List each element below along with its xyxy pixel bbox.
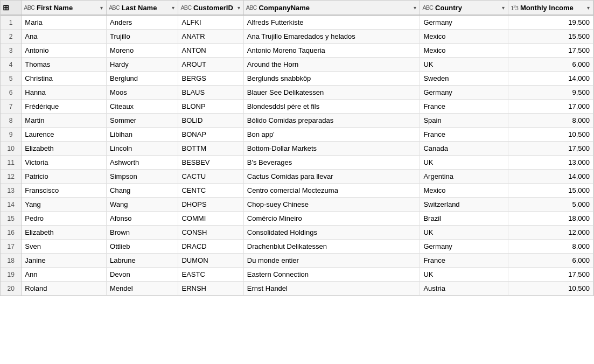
cell-customer-id: ERNSH: [178, 282, 243, 296]
cell-country: UK: [420, 156, 508, 170]
table-row: 19AnnDevonEASTCEastern ConnectionUK17,50…: [1, 268, 593, 282]
cell-index: 11: [1, 156, 22, 170]
cell-monthly-income: 17,500: [508, 268, 593, 282]
cell-last-name: Brown: [107, 226, 178, 240]
cell-customer-id: BESBEV: [178, 156, 243, 170]
cell-company-name: Consolidated Holdings: [243, 226, 420, 240]
cell-country: Spain: [420, 114, 508, 128]
cell-first-name: Martin: [22, 114, 107, 128]
cell-customer-id: AROUT: [178, 58, 243, 72]
cell-customer-id: CENTC: [178, 184, 243, 198]
cell-index: 16: [1, 226, 22, 240]
cell-last-name: Moreno: [107, 44, 178, 58]
cell-last-name: Afonso: [107, 212, 178, 226]
cell-country: Mexico: [420, 30, 508, 44]
type-icon-country: ABC: [422, 4, 433, 11]
filter-button-first-name[interactable]: ▾: [99, 5, 104, 11]
cell-last-name: Lincoln: [107, 142, 178, 156]
cell-customer-id: DUMON: [178, 254, 243, 268]
cell-index: 3: [1, 44, 22, 58]
cell-first-name: Maria: [22, 15, 107, 30]
cell-index: 4: [1, 58, 22, 72]
column-label-first-name: First Name: [37, 4, 73, 12]
cell-monthly-income: 17,500: [508, 44, 593, 58]
column-header-index: ⊞: [1, 1, 22, 15]
cell-customer-id: EASTC: [178, 268, 243, 282]
cell-company-name: Cactus Comidas para llevar: [243, 170, 420, 184]
cell-customer-id: BOLID: [178, 114, 243, 128]
cell-company-name: Ernst Handel: [243, 282, 420, 296]
cell-customer-id: COMMI: [178, 212, 243, 226]
table-row: 14YangWangDHOPSChop-suey ChineseSwitzerl…: [1, 198, 593, 212]
filter-button-monthly-income[interactable]: ▾: [586, 5, 591, 11]
column-header-monthly-income[interactable]: 123 Monthly Income ▾: [508, 1, 593, 15]
cell-first-name: Sven: [22, 240, 107, 254]
cell-country: Argentina: [420, 170, 508, 184]
cell-index: 1: [1, 15, 22, 30]
cell-index: 18: [1, 254, 22, 268]
cell-monthly-income: 14,000: [508, 170, 593, 184]
table-row: 12PatricioSimpsonCACTUCactus Comidas par…: [1, 170, 593, 184]
cell-country: Sweden: [420, 72, 508, 86]
cell-last-name: Devon: [107, 268, 178, 282]
cell-first-name: Franscisco: [22, 184, 107, 198]
cell-first-name: Frédérique: [22, 100, 107, 114]
cell-index: 19: [1, 268, 22, 282]
filter-button-company-name[interactable]: ▾: [413, 5, 417, 11]
cell-monthly-income: 8,000: [508, 114, 593, 128]
cell-last-name: Ottlieb: [107, 240, 178, 254]
column-header-customer-id[interactable]: ABC CustomerID ▾: [178, 1, 243, 15]
table-row: 15PedroAfonsoCOMMIComércio MineiroBrazil…: [1, 212, 593, 226]
cell-monthly-income: 13,000: [508, 156, 593, 170]
column-header-last-name[interactable]: ABC Last Name ▾: [107, 1, 178, 15]
cell-customer-id: BLONP: [178, 100, 243, 114]
cell-last-name: Berglund: [107, 72, 178, 86]
cell-last-name: Anders: [107, 15, 178, 30]
cell-customer-id: DRACD: [178, 240, 243, 254]
cell-monthly-income: 15,500: [508, 30, 593, 44]
column-header-company-name[interactable]: ABC CompanyName ▾: [243, 1, 420, 15]
table-row: 20RolandMendelERNSHErnst HandelAustria10…: [1, 282, 593, 296]
cell-index: 9: [1, 128, 22, 142]
cell-index: 17: [1, 240, 22, 254]
cell-last-name: Trujillo: [107, 30, 178, 44]
table-row: 2AnaTrujilloANATRAna Trujillo Emaredados…: [1, 30, 593, 44]
cell-country: Germany: [420, 86, 508, 100]
cell-index: 5: [1, 72, 22, 86]
cell-country: UK: [420, 58, 508, 72]
cell-monthly-income: 19,500: [508, 15, 593, 30]
column-label-country: Country: [435, 4, 462, 12]
cell-monthly-income: 10,500: [508, 128, 593, 142]
cell-last-name: Libihan: [107, 128, 178, 142]
filter-button-country[interactable]: ▾: [501, 5, 506, 11]
cell-customer-id: BOTTM: [178, 142, 243, 156]
cell-customer-id: ALFKI: [178, 15, 243, 30]
cell-company-name: B's Beverages: [243, 156, 420, 170]
filter-button-last-name[interactable]: ▾: [171, 5, 176, 11]
cell-last-name: Chang: [107, 184, 178, 198]
table-header-row: ⊞ ABC First Name ▾ ABC Last Name ▾: [1, 1, 593, 15]
cell-country: Germany: [420, 240, 508, 254]
column-label-last-name: Last Name: [122, 4, 157, 12]
filter-button-customer-id[interactable]: ▾: [236, 5, 241, 11]
cell-first-name: Janine: [22, 254, 107, 268]
table-row: 8MartinSommerBOLIDBólido Comidas prepara…: [1, 114, 593, 128]
column-header-first-name[interactable]: ABC First Name ▾: [22, 1, 107, 15]
table-row: 3AntonioMorenoANTONAntonio Moreno Taquer…: [1, 44, 593, 58]
cell-first-name: Laurence: [22, 128, 107, 142]
column-header-country[interactable]: ABC Country ▾: [420, 1, 508, 15]
cell-first-name: Antonio: [22, 44, 107, 58]
cell-index: 15: [1, 212, 22, 226]
cell-last-name: Wang: [107, 198, 178, 212]
cell-country: Austria: [420, 282, 508, 296]
table-row: 4ThomasHardyAROUTAround the HornUK6,000: [1, 58, 593, 72]
cell-index: 7: [1, 100, 22, 114]
cell-country: UK: [420, 268, 508, 282]
cell-last-name: Sommer: [107, 114, 178, 128]
table-row: 11VictoriaAshworthBESBEVB's BeveragesUK1…: [1, 156, 593, 170]
cell-first-name: Ana: [22, 30, 107, 44]
cell-first-name: Ann: [22, 268, 107, 282]
cell-company-name: Bon app': [243, 128, 420, 142]
cell-country: Mexico: [420, 44, 508, 58]
cell-company-name: Bólido Comidas preparadas: [243, 114, 420, 128]
